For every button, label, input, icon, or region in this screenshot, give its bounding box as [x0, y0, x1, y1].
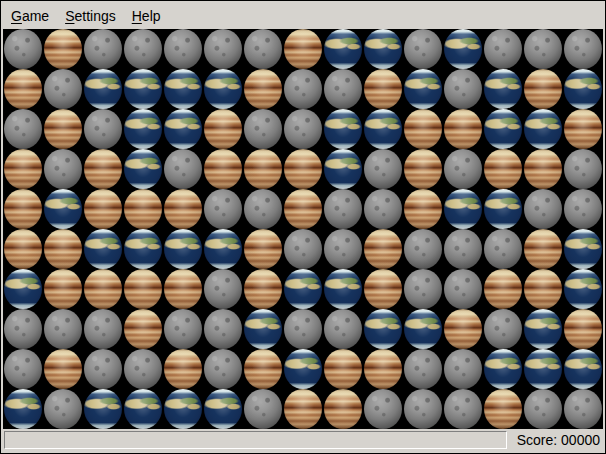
ball-earth[interactable] — [163, 69, 203, 109]
ball-moon[interactable] — [83, 109, 123, 149]
ball-jupiter[interactable] — [43, 349, 83, 389]
ball-moon[interactable] — [83, 309, 123, 349]
ball-jupiter[interactable] — [323, 389, 363, 429]
ball-moon[interactable] — [523, 389, 563, 429]
ball-earth[interactable] — [483, 189, 523, 229]
ball-moon[interactable] — [243, 29, 283, 69]
ball-moon[interactable] — [283, 109, 323, 149]
ball-jupiter[interactable] — [563, 109, 603, 149]
ball-moon[interactable] — [243, 189, 283, 229]
ball-moon[interactable] — [3, 109, 43, 149]
ball-earth[interactable] — [363, 29, 403, 69]
ball-earth[interactable] — [363, 109, 403, 149]
ball-moon[interactable] — [443, 349, 483, 389]
ball-jupiter[interactable] — [363, 69, 403, 109]
ball-moon[interactable] — [523, 189, 563, 229]
ball-earth[interactable] — [43, 189, 83, 229]
ball-moon[interactable] — [363, 149, 403, 189]
ball-moon[interactable] — [483, 229, 523, 269]
ball-moon[interactable] — [283, 309, 323, 349]
ball-moon[interactable] — [403, 229, 443, 269]
ball-moon[interactable] — [403, 349, 443, 389]
ball-jupiter[interactable] — [123, 189, 163, 229]
ball-moon[interactable] — [83, 349, 123, 389]
ball-moon[interactable] — [563, 389, 603, 429]
ball-moon[interactable] — [3, 349, 43, 389]
ball-jupiter[interactable] — [83, 189, 123, 229]
ball-jupiter[interactable] — [363, 229, 403, 269]
ball-moon[interactable] — [203, 29, 243, 69]
ball-moon[interactable] — [483, 309, 523, 349]
ball-moon[interactable] — [403, 29, 443, 69]
ball-jupiter[interactable] — [163, 189, 203, 229]
ball-earth[interactable] — [203, 229, 243, 269]
ball-moon[interactable] — [403, 389, 443, 429]
ball-jupiter[interactable] — [323, 349, 363, 389]
ball-earth[interactable] — [403, 309, 443, 349]
ball-moon[interactable] — [443, 69, 483, 109]
ball-moon[interactable] — [123, 29, 163, 69]
ball-moon[interactable] — [3, 309, 43, 349]
ball-jupiter[interactable] — [523, 269, 563, 309]
ball-earth[interactable] — [443, 189, 483, 229]
ball-earth[interactable] — [363, 309, 403, 349]
ball-moon[interactable] — [323, 229, 363, 269]
ball-jupiter[interactable] — [243, 149, 283, 189]
ball-jupiter[interactable] — [523, 229, 563, 269]
ball-jupiter[interactable] — [523, 69, 563, 109]
ball-moon[interactable] — [443, 149, 483, 189]
ball-moon[interactable] — [163, 309, 203, 349]
ball-jupiter[interactable] — [523, 149, 563, 189]
ball-earth[interactable] — [283, 269, 323, 309]
ball-jupiter[interactable] — [163, 349, 203, 389]
ball-moon[interactable] — [243, 109, 283, 149]
ball-jupiter[interactable] — [83, 269, 123, 309]
ball-jupiter[interactable] — [443, 309, 483, 349]
ball-moon[interactable] — [563, 189, 603, 229]
ball-moon[interactable] — [363, 389, 403, 429]
ball-earth[interactable] — [163, 109, 203, 149]
ball-moon[interactable] — [323, 189, 363, 229]
ball-moon[interactable] — [3, 29, 43, 69]
ball-moon[interactable] — [563, 149, 603, 189]
ball-moon[interactable] — [563, 29, 603, 69]
ball-earth[interactable] — [483, 109, 523, 149]
ball-moon[interactable] — [283, 229, 323, 269]
ball-earth[interactable] — [123, 229, 163, 269]
ball-earth[interactable] — [83, 389, 123, 429]
ball-earth[interactable] — [563, 229, 603, 269]
ball-jupiter[interactable] — [43, 269, 83, 309]
ball-moon[interactable] — [283, 69, 323, 109]
ball-earth[interactable] — [203, 69, 243, 109]
ball-jupiter[interactable] — [83, 149, 123, 189]
ball-jupiter[interactable] — [283, 389, 323, 429]
ball-moon[interactable] — [83, 29, 123, 69]
ball-moon[interactable] — [163, 29, 203, 69]
ball-jupiter[interactable] — [163, 269, 203, 309]
menu-game[interactable]: Game — [5, 6, 55, 26]
ball-jupiter[interactable] — [43, 29, 83, 69]
ball-jupiter[interactable] — [3, 189, 43, 229]
ball-jupiter[interactable] — [243, 269, 283, 309]
ball-jupiter[interactable] — [443, 109, 483, 149]
ball-moon[interactable] — [403, 269, 443, 309]
ball-jupiter[interactable] — [363, 269, 403, 309]
ball-jupiter[interactable] — [483, 149, 523, 189]
ball-earth[interactable] — [283, 349, 323, 389]
ball-jupiter[interactable] — [483, 389, 523, 429]
ball-earth[interactable] — [323, 109, 363, 149]
ball-jupiter[interactable] — [403, 109, 443, 149]
ball-earth[interactable] — [3, 269, 43, 309]
ball-jupiter[interactable] — [403, 149, 443, 189]
ball-earth[interactable] — [203, 389, 243, 429]
ball-moon[interactable] — [203, 349, 243, 389]
ball-jupiter[interactable] — [283, 189, 323, 229]
ball-earth[interactable] — [563, 69, 603, 109]
ball-earth[interactable] — [523, 109, 563, 149]
ball-earth[interactable] — [123, 69, 163, 109]
ball-jupiter[interactable] — [483, 269, 523, 309]
ball-earth[interactable] — [523, 309, 563, 349]
ball-moon[interactable] — [243, 389, 283, 429]
ball-jupiter[interactable] — [283, 29, 323, 69]
ball-jupiter[interactable] — [43, 109, 83, 149]
